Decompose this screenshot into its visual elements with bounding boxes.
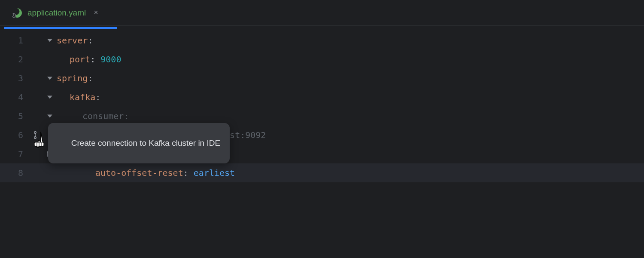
line-number: 5: [0, 111, 27, 121]
tab-bar: application.yaml ×: [0, 0, 644, 26]
tab-filename: application.yaml: [27, 8, 86, 18]
svg-point-4: [34, 137, 36, 138]
gutter-tooltip: Create connection to Kafka cluster in ID…: [48, 123, 230, 163]
line-number: 1: [0, 35, 27, 46]
code-line[interactable]: 1 server:: [0, 31, 644, 50]
fold-toggle[interactable]: [44, 37, 56, 43]
line-number: 4: [0, 92, 27, 102]
code-line[interactable]: 8 auto-offset-reset: earliest: [0, 163, 644, 182]
svg-point-3: [34, 132, 36, 133]
line-number: 6: [0, 130, 27, 140]
fold-toggle[interactable]: [44, 94, 56, 100]
spring-boot-icon: [11, 8, 23, 18]
code-line[interactable]: 4 kafka:: [0, 88, 644, 107]
fold-toggle[interactable]: [44, 113, 56, 119]
code-line[interactable]: 2 port: 9000: [0, 50, 644, 69]
code-line[interactable]: 6 bootstrap-servers: localhost:9092 Crea…: [0, 126, 644, 144]
line-number: 3: [0, 73, 27, 83]
line-number: 8: [0, 168, 27, 178]
tooltip-text: Create connection to Kafka cluster in ID…: [71, 138, 220, 147]
line-number: 2: [0, 54, 27, 64]
line-number: 7: [0, 149, 27, 159]
create-kafka-connection-icon[interactable]: [27, 131, 44, 139]
editor[interactable]: 1 server: 2 port: 9000 3 spring: 4 kafka…: [0, 26, 644, 182]
fold-toggle[interactable]: [44, 75, 56, 81]
close-tab-icon[interactable]: ×: [90, 8, 98, 17]
code-line[interactable]: 3 spring:: [0, 69, 644, 88]
tab-application-yaml[interactable]: application.yaml ×: [4, 0, 105, 25]
